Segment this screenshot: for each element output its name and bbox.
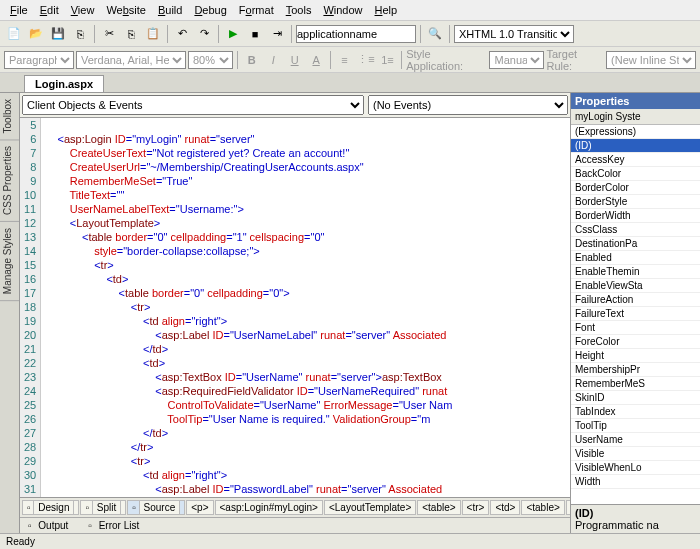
copy-icon[interactable]: ⎘ — [121, 24, 141, 44]
bottom-panel-tabs: ▫ Output ▫ Error List — [20, 517, 570, 533]
properties-title: Properties — [571, 93, 700, 109]
property-row[interactable]: ForeColor — [571, 335, 700, 349]
crumb[interactable]: <tr> — [462, 500, 490, 515]
menu-file[interactable]: File — [4, 2, 34, 18]
run-icon[interactable]: ▶ — [223, 24, 243, 44]
open-icon[interactable]: 📂 — [26, 24, 46, 44]
code-editor[interactable]: 5678910111213141516171819202122232425262… — [20, 118, 570, 497]
paste-icon[interactable]: 📋 — [143, 24, 163, 44]
numbering-icon[interactable]: 1≡ — [378, 50, 397, 70]
property-row[interactable]: Enabled — [571, 251, 700, 265]
new-icon[interactable]: 📄 — [4, 24, 24, 44]
property-row[interactable]: TabIndex — [571, 405, 700, 419]
properties-panel: Properties myLogin Syste (Expressions)(I… — [570, 93, 700, 533]
code-lines[interactable]: <asp:Login ID="myLogin" runat="server" C… — [41, 118, 452, 497]
property-row[interactable]: MembershipPr — [571, 363, 700, 377]
properties-object[interactable]: myLogin Syste — [571, 109, 700, 125]
property-row[interactable]: BackColor — [571, 167, 700, 181]
menu-edit[interactable]: Edit — [34, 2, 65, 18]
property-row[interactable]: FailureAction — [571, 293, 700, 307]
line-gutter: 5678910111213141516171819202122232425262… — [20, 118, 41, 497]
css-properties-tab[interactable]: CSS Properties — [0, 140, 19, 222]
formatting-toolbar: Paragraph Verdana, Arial, Hel 80% B I U … — [0, 47, 700, 73]
property-row[interactable]: Visible — [571, 447, 700, 461]
property-row[interactable]: UserName — [571, 433, 700, 447]
menu-build[interactable]: Build — [152, 2, 188, 18]
standard-toolbar: 📄 📂 💾 ⎘ ✂ ⎘ 📋 ↶ ↷ ▶ ■ ⇥ 🔍 XHTML 1.0 Tran… — [0, 21, 700, 47]
property-row[interactable]: RememberMeS — [571, 377, 700, 391]
menu-bar: File Edit View Website Build Debug Forma… — [0, 0, 700, 21]
source-view-button[interactable]: ▫ Source — [127, 500, 185, 515]
target-rule-select[interactable]: (New Inline Style) — [606, 51, 696, 69]
menu-view[interactable]: View — [65, 2, 101, 18]
property-row[interactable]: EnableViewSta — [571, 279, 700, 293]
crumb[interactable]: <LayoutTemplate> — [324, 500, 416, 515]
manage-styles-tab[interactable]: Manage Styles — [0, 222, 19, 301]
font-color-icon[interactable]: A — [306, 50, 325, 70]
undo-icon[interactable]: ↶ — [172, 24, 192, 44]
property-row[interactable]: Height — [571, 349, 700, 363]
property-row[interactable]: BorderStyle — [571, 195, 700, 209]
crumb[interactable]: <p> — [186, 500, 213, 515]
style-app-label: Style Application: — [406, 48, 487, 72]
crumb[interactable]: <asp:Login#myLogin> — [215, 500, 323, 515]
property-row[interactable]: AccessKey — [571, 153, 700, 167]
property-row[interactable]: BorderColor — [571, 181, 700, 195]
objects-dropdown[interactable]: Client Objects & Events — [22, 95, 364, 115]
property-row[interactable]: DestinationPa — [571, 237, 700, 251]
menu-tools[interactable]: Tools — [280, 2, 318, 18]
property-row[interactable]: (ID) — [571, 139, 700, 153]
menu-window[interactable]: Window — [317, 2, 368, 18]
block-format-select[interactable]: Paragraph — [4, 51, 74, 69]
property-row[interactable]: FailureText — [571, 307, 700, 321]
font-select[interactable]: Verdana, Arial, Hel — [76, 51, 186, 69]
app-name-input[interactable] — [296, 25, 416, 43]
error-list-tab[interactable]: ▫ Error List — [84, 519, 147, 532]
properties-grid[interactable]: (Expressions)(ID)AccessKeyBackColorBorde… — [571, 125, 700, 504]
property-row[interactable]: ToolTip — [571, 419, 700, 433]
menu-help[interactable]: Help — [369, 2, 404, 18]
stop-icon[interactable]: ■ — [245, 24, 265, 44]
events-dropdown[interactable]: (No Events) — [368, 95, 568, 115]
property-row[interactable]: SkinID — [571, 391, 700, 405]
property-row[interactable]: VisibleWhenLo — [571, 461, 700, 475]
toolbox-tab[interactable]: Toolbox — [0, 93, 19, 140]
bullets-icon[interactable]: ⋮≡ — [356, 50, 375, 70]
view-breadcrumb: ▫ Design ▫ Split ▫ Source <p> <asp:Login… — [20, 497, 570, 517]
crumb[interactable]: <table> — [417, 500, 460, 515]
save-icon[interactable]: 💾 — [48, 24, 68, 44]
output-tab[interactable]: ▫ Output — [24, 519, 76, 532]
find-icon[interactable]: 🔍 — [425, 24, 445, 44]
menu-website[interactable]: Website — [100, 2, 152, 18]
document-tabs: Login.aspx — [0, 73, 700, 93]
italic-icon[interactable]: I — [263, 50, 282, 70]
tab-login-aspx[interactable]: Login.aspx — [24, 75, 104, 92]
target-rule-label: Target Rule: — [546, 48, 604, 72]
split-view-button[interactable]: ▫ Split — [80, 500, 126, 515]
left-tool-tabs: Toolbox CSS Properties Manage Styles — [0, 93, 20, 533]
style-mode-select[interactable]: Manual — [489, 51, 544, 69]
crumb[interactable]: <td> — [490, 500, 520, 515]
save-all-icon[interactable]: ⎘ — [70, 24, 90, 44]
property-row[interactable]: EnableThemin — [571, 265, 700, 279]
underline-icon[interactable]: U — [285, 50, 304, 70]
property-row[interactable]: (Expressions) — [571, 125, 700, 139]
step-icon[interactable]: ⇥ — [267, 24, 287, 44]
design-view-button[interactable]: ▫ Design — [22, 500, 79, 515]
property-row[interactable]: Width — [571, 475, 700, 489]
redo-icon[interactable]: ↷ — [194, 24, 214, 44]
status-bar: Ready — [0, 533, 700, 549]
property-row[interactable]: BorderWidth — [571, 209, 700, 223]
bold-icon[interactable]: B — [242, 50, 261, 70]
align-left-icon[interactable]: ≡ — [335, 50, 354, 70]
menu-format[interactable]: Format — [233, 2, 280, 18]
property-row[interactable]: CssClass — [571, 223, 700, 237]
property-row[interactable]: Font — [571, 321, 700, 335]
cut-icon[interactable]: ✂ — [99, 24, 119, 44]
doctype-select[interactable]: XHTML 1.0 Transitional ( — [454, 25, 574, 43]
size-select[interactable]: 80% — [188, 51, 233, 69]
properties-description: (ID)Programmatic na — [571, 504, 700, 533]
menu-debug[interactable]: Debug — [188, 2, 232, 18]
crumb[interactable]: <table> — [521, 500, 564, 515]
